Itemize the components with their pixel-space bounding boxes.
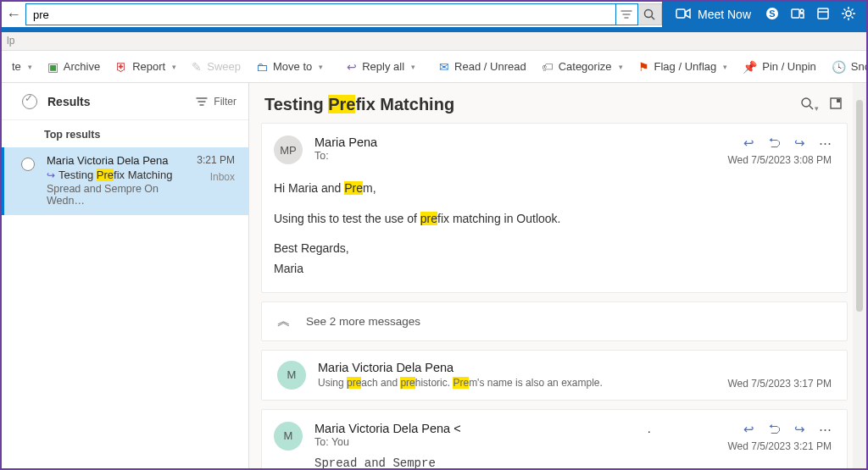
back-icon[interactable]: ← (2, 3, 25, 26)
results-pane: Results Filter Top results Maria Victori… (2, 83, 249, 470)
reply-all-icon[interactable]: ⮌ (768, 135, 781, 151)
svg-point-0 (645, 10, 653, 18)
meet-now-label: Meet Now (698, 8, 751, 21)
message-time: 3:21 PM (197, 154, 235, 166)
search-options-icon[interactable] (616, 3, 638, 25)
avatar: M (277, 361, 306, 390)
svg-rect-2 (676, 9, 685, 18)
card-snippet: Using preach and prehistoric. Prem's nam… (318, 377, 727, 389)
flag-icon: ⚑ (638, 60, 649, 74)
sweep-button[interactable]: ✎Sweep (185, 53, 248, 80)
card-body: Hi Maria and Prem, Using this to test th… (274, 180, 832, 279)
reply-icon[interactable]: ↩ (743, 422, 754, 437)
message-card: M Maria Victoria Dela Pena <. To: You Sp… (261, 409, 848, 470)
notes-icon[interactable] (810, 6, 836, 24)
card-date: Wed 7/5/2023 3:08 PM (727, 154, 832, 166)
video-icon (676, 8, 691, 22)
read-unread-button[interactable]: ✉Read / Unread (432, 53, 533, 80)
teams-icon[interactable] (785, 6, 810, 24)
card-date: Wed 7/5/2023 3:17 PM (727, 378, 832, 390)
archive-button[interactable]: ▣Archive (41, 53, 107, 80)
toolbar: te▾ ▣Archive ⛨Report▾ ✎Sweep 🗀Move to▾ ↩… (2, 51, 866, 83)
filter-icon (195, 95, 209, 108)
svg-point-9 (802, 98, 810, 107)
reply-all-icon: ↩ (347, 60, 357, 74)
svg-rect-7 (818, 8, 828, 19)
results-section: Top results (2, 120, 248, 147)
more-icon[interactable]: ⋯ (819, 422, 832, 437)
svg-text:S: S (769, 8, 775, 19)
skype-icon[interactable]: S (760, 6, 785, 24)
pin-button[interactable]: 📌Pin / Unpin (736, 53, 823, 80)
select-message-icon[interactable] (21, 158, 35, 171)
chevron-down-icon: ▾ (172, 63, 176, 71)
sweep-icon: ✎ (192, 60, 202, 74)
card-from: Maria Victoria Dela Pena <. (314, 422, 727, 435)
card-to: To: (314, 150, 727, 162)
card-date: Wed 7/5/2023 3:21 PM (727, 440, 832, 452)
categorize-button[interactable]: 🏷Categorize▾ (535, 53, 630, 80)
envelope-icon: ✉ (439, 60, 449, 74)
replied-icon: ↪ (47, 169, 55, 181)
message-card: MP Maria Pena To: ↩ ⮌ ↪ ⋯ Wed 7/5/2023 3… (261, 123, 848, 293)
card-from: Maria Victoria Dela Pena (318, 361, 727, 374)
reading-title: Testing Prefix Matching (264, 95, 799, 114)
forward-icon[interactable]: ↪ (794, 422, 805, 437)
filter-button[interactable]: Filter (195, 95, 236, 108)
archive-icon: ▣ (47, 60, 58, 74)
chevron-down-icon: ▾ (619, 63, 623, 71)
message-list-item[interactable]: Maria Victoria Dela Pena ↪ Testing Prefi… (2, 147, 248, 215)
ribbon-fragment: lp (7, 35, 14, 47)
search-input[interactable] (25, 3, 616, 25)
message-folder: Inbox (197, 171, 235, 183)
chevron-double-up-icon: ︽ (277, 312, 291, 330)
avatar: MP (274, 135, 303, 164)
chevron-down-icon: ▾ (723, 63, 727, 71)
scrollbar[interactable] (853, 83, 866, 470)
chevron-down-icon: ▾ (411, 63, 415, 71)
select-all-icon[interactable] (22, 94, 37, 109)
svg-line-10 (810, 106, 813, 109)
clock-icon: 🕓 (832, 60, 846, 74)
message-card-compact[interactable]: M Maria Victoria Dela Pena Using preach … (261, 350, 848, 401)
card-from: Maria Pena (314, 135, 727, 149)
folder-move-icon: 🗀 (256, 60, 268, 74)
svg-point-8 (846, 11, 851, 16)
popout-icon[interactable] (829, 97, 843, 113)
more-icon[interactable]: ⋯ (819, 135, 832, 151)
flag-button[interactable]: ⚑Flag / Unflag▾ (632, 53, 735, 80)
search-button[interactable] (638, 3, 662, 25)
meet-now-button[interactable]: Meet Now (667, 2, 760, 27)
shield-icon: ⛨ (115, 60, 127, 74)
svg-rect-5 (792, 9, 799, 18)
tag-icon: 🏷 (542, 60, 554, 74)
message-from: Maria Victoria Dela Pena (47, 154, 192, 167)
snooze-button[interactable]: 🕓Snooze▾ (825, 53, 868, 80)
chevron-down-icon: ▾ (28, 63, 32, 71)
settings-icon[interactable] (836, 6, 861, 24)
reply-all-button[interactable]: ↩Reply all▾ (340, 53, 422, 80)
results-title: Results (47, 95, 195, 108)
svg-rect-12 (837, 99, 840, 102)
message-subject: ↪ Testing Prefix Matching (47, 169, 192, 181)
delete-button[interactable]: te▾ (5, 53, 39, 80)
svg-line-1 (652, 17, 655, 20)
reply-icon[interactable]: ↩ (743, 135, 754, 151)
forward-icon[interactable]: ↪ (794, 135, 805, 151)
card-to: To: You (314, 436, 727, 448)
reply-all-icon[interactable]: ⮌ (768, 422, 781, 437)
pin-icon: 📌 (743, 60, 757, 74)
move-to-button[interactable]: 🗀Move to▾ (249, 53, 330, 80)
avatar: M (274, 422, 303, 451)
message-preview: Spread and Sempre On Wedn… (47, 183, 192, 207)
card-body: Spread and Sempre (314, 456, 727, 470)
chevron-down-icon: ▾ (319, 63, 323, 71)
see-more-messages[interactable]: ︽ See 2 more messages (261, 301, 848, 341)
report-button[interactable]: ⛨Report▾ (108, 53, 183, 80)
svg-point-6 (800, 9, 804, 13)
zoom-icon[interactable]: ▾ (799, 96, 819, 113)
